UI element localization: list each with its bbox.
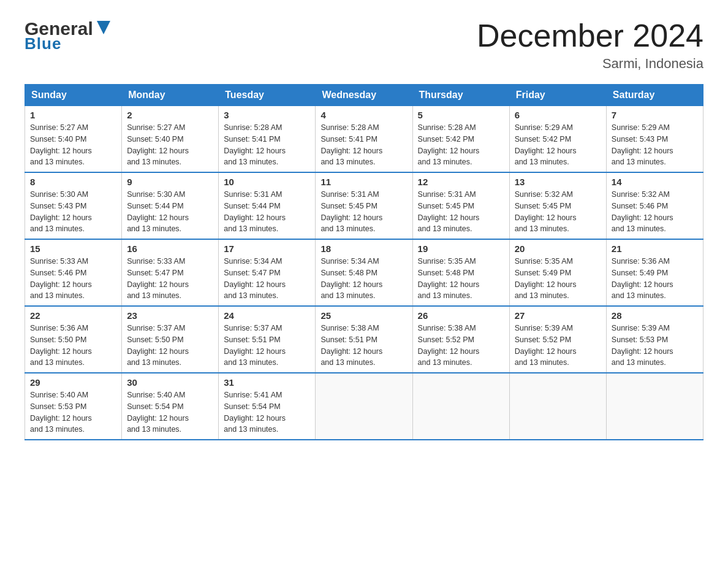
- day-info: Sunrise: 5:34 AMSunset: 5:47 PMDaylight:…: [224, 256, 310, 302]
- day-number: 27: [515, 310, 601, 321]
- day-number: 23: [127, 310, 213, 321]
- day-number: 31: [224, 377, 310, 388]
- calendar-header-row: SundayMondayTuesdayWednesdayThursdayFrid…: [25, 85, 703, 106]
- day-number: 7: [612, 110, 698, 120]
- day-info: Sunrise: 5:31 AMSunset: 5:45 PMDaylight:…: [320, 189, 407, 235]
- calendar-header-thursday: Thursday: [412, 85, 509, 106]
- day-number: 25: [320, 310, 407, 321]
- calendar-week-row: 22Sunrise: 5:36 AMSunset: 5:50 PMDayligh…: [25, 306, 703, 373]
- day-number: 20: [515, 243, 601, 254]
- calendar-cell: [606, 373, 703, 440]
- day-info: Sunrise: 5:38 AMSunset: 5:52 PMDaylight:…: [418, 323, 504, 369]
- day-info: Sunrise: 5:30 AMSunset: 5:43 PMDaylight:…: [30, 189, 116, 235]
- calendar-week-row: 29Sunrise: 5:40 AMSunset: 5:53 PMDayligh…: [25, 373, 703, 440]
- day-info: Sunrise: 5:32 AMSunset: 5:46 PMDaylight:…: [612, 189, 698, 235]
- calendar-cell: 12Sunrise: 5:31 AMSunset: 5:45 PMDayligh…: [412, 172, 509, 239]
- calendar-cell: 4Sunrise: 5:28 AMSunset: 5:41 PMDaylight…: [316, 106, 412, 173]
- day-info: Sunrise: 5:31 AMSunset: 5:45 PMDaylight:…: [418, 189, 504, 235]
- day-info: Sunrise: 5:27 AMSunset: 5:40 PMDaylight:…: [30, 122, 116, 168]
- calendar-cell: 23Sunrise: 5:37 AMSunset: 5:50 PMDayligh…: [122, 306, 219, 373]
- calendar-cell: 24Sunrise: 5:37 AMSunset: 5:51 PMDayligh…: [219, 306, 316, 373]
- calendar-cell: 16Sunrise: 5:33 AMSunset: 5:47 PMDayligh…: [122, 239, 219, 306]
- calendar-cell: 15Sunrise: 5:33 AMSunset: 5:46 PMDayligh…: [25, 239, 122, 306]
- day-info: Sunrise: 5:29 AMSunset: 5:42 PMDaylight:…: [515, 122, 601, 168]
- calendar-header-saturday: Saturday: [606, 85, 703, 106]
- calendar-cell: 17Sunrise: 5:34 AMSunset: 5:47 PMDayligh…: [219, 239, 316, 306]
- calendar-cell: 7Sunrise: 5:29 AMSunset: 5:43 PMDaylight…: [606, 106, 703, 173]
- calendar-header-wednesday: Wednesday: [316, 85, 412, 106]
- day-info: Sunrise: 5:36 AMSunset: 5:50 PMDaylight:…: [30, 323, 116, 369]
- day-number: 12: [418, 177, 504, 187]
- calendar-cell: 13Sunrise: 5:32 AMSunset: 5:45 PMDayligh…: [509, 172, 606, 239]
- day-number: 9: [127, 177, 213, 187]
- calendar-cell: 8Sunrise: 5:30 AMSunset: 5:43 PMDaylight…: [25, 172, 122, 239]
- day-info: Sunrise: 5:36 AMSunset: 5:49 PMDaylight:…: [612, 256, 698, 302]
- day-number: 21: [612, 243, 698, 254]
- day-info: Sunrise: 5:33 AMSunset: 5:46 PMDaylight:…: [30, 256, 116, 302]
- calendar-header-tuesday: Tuesday: [219, 85, 316, 106]
- calendar-table: SundayMondayTuesdayWednesdayThursdayFrid…: [25, 84, 703, 440]
- day-info: Sunrise: 5:37 AMSunset: 5:50 PMDaylight:…: [127, 323, 213, 369]
- calendar-cell: 27Sunrise: 5:39 AMSunset: 5:52 PMDayligh…: [509, 306, 606, 373]
- day-info: Sunrise: 5:41 AMSunset: 5:54 PMDaylight:…: [224, 389, 310, 435]
- calendar-cell: 5Sunrise: 5:28 AMSunset: 5:42 PMDaylight…: [412, 106, 509, 173]
- calendar-cell: 30Sunrise: 5:40 AMSunset: 5:54 PMDayligh…: [122, 373, 219, 440]
- day-info: Sunrise: 5:28 AMSunset: 5:42 PMDaylight:…: [418, 122, 504, 168]
- day-number: 4: [320, 110, 407, 120]
- day-info: Sunrise: 5:31 AMSunset: 5:44 PMDaylight:…: [224, 189, 310, 235]
- day-info: Sunrise: 5:35 AMSunset: 5:49 PMDaylight:…: [515, 256, 601, 302]
- day-info: Sunrise: 5:37 AMSunset: 5:51 PMDaylight:…: [224, 323, 310, 369]
- title-block: December 2024 Sarmi, Indonesia: [477, 18, 703, 72]
- day-info: Sunrise: 5:40 AMSunset: 5:54 PMDaylight:…: [127, 389, 213, 435]
- logo-arrow-icon: [94, 18, 113, 37]
- calendar-header-sunday: Sunday: [25, 85, 122, 106]
- day-info: Sunrise: 5:39 AMSunset: 5:52 PMDaylight:…: [515, 323, 601, 369]
- day-info: Sunrise: 5:32 AMSunset: 5:45 PMDaylight:…: [515, 189, 601, 235]
- logo: General Blue: [25, 18, 113, 53]
- day-number: 22: [30, 310, 116, 321]
- calendar-cell: 21Sunrise: 5:36 AMSunset: 5:49 PMDayligh…: [606, 239, 703, 306]
- calendar-cell: [509, 373, 606, 440]
- calendar-week-row: 1Sunrise: 5:27 AMSunset: 5:40 PMDaylight…: [25, 106, 703, 173]
- calendar-header-friday: Friday: [509, 85, 606, 106]
- calendar-cell: 20Sunrise: 5:35 AMSunset: 5:49 PMDayligh…: [509, 239, 606, 306]
- day-info: Sunrise: 5:28 AMSunset: 5:41 PMDaylight:…: [224, 122, 310, 168]
- day-number: 30: [127, 377, 213, 388]
- calendar-cell: 3Sunrise: 5:28 AMSunset: 5:41 PMDaylight…: [219, 106, 316, 173]
- day-info: Sunrise: 5:30 AMSunset: 5:44 PMDaylight:…: [127, 189, 213, 235]
- day-info: Sunrise: 5:35 AMSunset: 5:48 PMDaylight:…: [418, 256, 504, 302]
- calendar-week-row: 8Sunrise: 5:30 AMSunset: 5:43 PMDaylight…: [25, 172, 703, 239]
- page-subtitle: Sarmi, Indonesia: [477, 56, 703, 72]
- day-number: 16: [127, 243, 213, 254]
- day-number: 18: [320, 243, 407, 254]
- calendar-cell: 14Sunrise: 5:32 AMSunset: 5:46 PMDayligh…: [606, 172, 703, 239]
- calendar-header-monday: Monday: [122, 85, 219, 106]
- calendar-cell: 9Sunrise: 5:30 AMSunset: 5:44 PMDaylight…: [122, 172, 219, 239]
- day-number: 29: [30, 377, 116, 388]
- day-number: 6: [515, 110, 601, 120]
- day-number: 3: [224, 110, 310, 120]
- day-info: Sunrise: 5:38 AMSunset: 5:51 PMDaylight:…: [320, 323, 407, 369]
- calendar-cell: 11Sunrise: 5:31 AMSunset: 5:45 PMDayligh…: [316, 172, 412, 239]
- calendar-cell: 28Sunrise: 5:39 AMSunset: 5:53 PMDayligh…: [606, 306, 703, 373]
- calendar-cell: 1Sunrise: 5:27 AMSunset: 5:40 PMDaylight…: [25, 106, 122, 173]
- calendar-cell: 22Sunrise: 5:36 AMSunset: 5:50 PMDayligh…: [25, 306, 122, 373]
- calendar-cell: [412, 373, 509, 440]
- calendar-cell: [316, 373, 412, 440]
- calendar-cell: 18Sunrise: 5:34 AMSunset: 5:48 PMDayligh…: [316, 239, 412, 306]
- day-number: 2: [127, 110, 213, 120]
- day-number: 14: [612, 177, 698, 187]
- calendar-cell: 10Sunrise: 5:31 AMSunset: 5:44 PMDayligh…: [219, 172, 316, 239]
- svg-marker-0: [97, 21, 110, 34]
- calendar-cell: 31Sunrise: 5:41 AMSunset: 5:54 PMDayligh…: [219, 373, 316, 440]
- day-number: 28: [612, 310, 698, 321]
- day-number: 24: [224, 310, 310, 321]
- day-info: Sunrise: 5:34 AMSunset: 5:48 PMDaylight:…: [320, 256, 407, 302]
- day-number: 11: [320, 177, 407, 187]
- day-number: 8: [30, 177, 116, 187]
- day-number: 5: [418, 110, 504, 120]
- day-number: 10: [224, 177, 310, 187]
- day-number: 13: [515, 177, 601, 187]
- calendar-cell: 6Sunrise: 5:29 AMSunset: 5:42 PMDaylight…: [509, 106, 606, 173]
- day-info: Sunrise: 5:28 AMSunset: 5:41 PMDaylight:…: [320, 122, 407, 168]
